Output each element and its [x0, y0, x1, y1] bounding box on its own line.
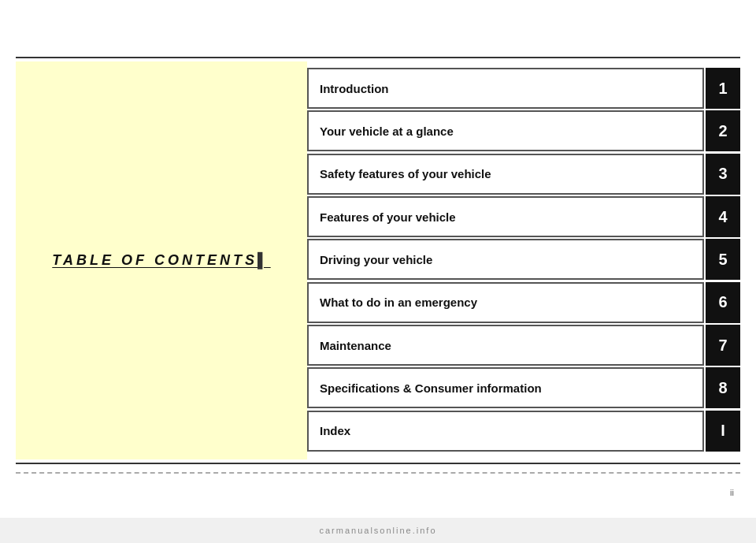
toc-label-3: Safety features of your vehicle: [307, 154, 704, 195]
page-container: TABLE OF CONTENTS▌ Introduction1Your veh…: [0, 0, 756, 543]
toc-label-9: Index: [307, 411, 704, 452]
toc-row[interactable]: Specifications & Consumer information8: [307, 367, 740, 408]
toc-row[interactable]: Safety features of your vehicle3: [307, 154, 740, 195]
toc-title: TABLE OF CONTENTS▌: [52, 252, 270, 269]
top-divider: [16, 57, 740, 58]
toc-number-8: 8: [706, 367, 740, 408]
bottom-divider: [16, 463, 740, 464]
toc-row[interactable]: Introduction1: [307, 68, 740, 109]
toc-number-1: 1: [706, 68, 740, 109]
toc-label-8: Specifications & Consumer information: [307, 367, 704, 408]
watermark-text: carmanualsonline.info: [319, 526, 436, 535]
toc-list: Introduction1Your vehicle at a glance2Sa…: [307, 61, 740, 459]
toc-title-text: TABLE OF CONTENTS: [52, 252, 258, 268]
toc-number-9: I: [706, 411, 740, 452]
toc-row[interactable]: What to do in an emergency6: [307, 282, 740, 323]
page-number: ii: [730, 488, 734, 497]
toc-cursor: ▌: [258, 252, 271, 268]
toc-row[interactable]: IndexI: [307, 411, 740, 452]
toc-number-6: 6: [706, 282, 740, 323]
toc-number-7: 7: [706, 325, 740, 366]
bottom-dashed-divider: [16, 472, 740, 474]
toc-row[interactable]: Maintenance7: [307, 325, 740, 366]
toc-number-5: 5: [706, 239, 740, 280]
toc-label-7: Maintenance: [307, 325, 704, 366]
watermark-bar: carmanualsonline.info: [0, 518, 756, 543]
toc-label-4: Features of your vehicle: [307, 196, 704, 237]
toc-label-2: Your vehicle at a glance: [307, 110, 704, 151]
toc-label-5: Driving your vehicle: [307, 239, 704, 280]
left-panel: TABLE OF CONTENTS▌: [16, 61, 307, 459]
toc-label-1: Introduction: [307, 68, 704, 109]
toc-row[interactable]: Your vehicle at a glance2: [307, 110, 740, 151]
toc-number-2: 2: [706, 110, 740, 151]
toc-number-3: 3: [706, 154, 740, 195]
toc-label-6: What to do in an emergency: [307, 282, 704, 323]
toc-row[interactable]: Features of your vehicle4: [307, 196, 740, 237]
toc-number-4: 4: [706, 196, 740, 237]
toc-row[interactable]: Driving your vehicle5: [307, 239, 740, 280]
